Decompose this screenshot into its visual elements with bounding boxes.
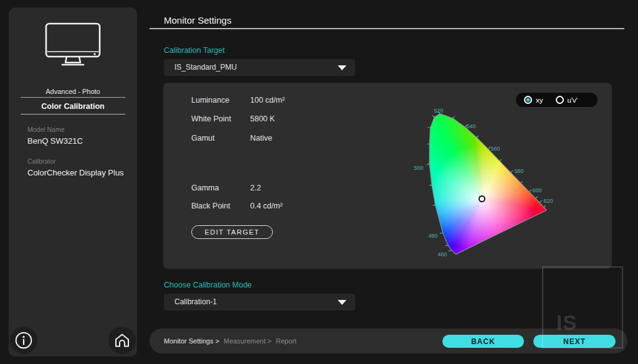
wavelength-label-560: 560: [490, 146, 500, 152]
gamma-value: 2.2: [250, 184, 260, 192]
breadcrumb-measurement: Measurement >: [224, 337, 272, 345]
wavelength-label-500: 500: [414, 165, 423, 171]
gamut-row: Gamut Native: [191, 134, 272, 142]
wavelength-label-520: 520: [434, 108, 443, 114]
wavelength-label-620: 620: [543, 198, 553, 204]
back-button[interactable]: BACK: [442, 335, 524, 348]
footer-bar: Monitor Settings > Measurement > Report …: [150, 329, 627, 353]
white-point-value: 5800 K: [250, 114, 275, 123]
sidebar: Advanced - Photo Color Calibration Model…: [9, 7, 137, 357]
home-icon: [113, 332, 131, 348]
info-button[interactable]: [10, 327, 37, 354]
calibration-target-selected: IS_Standard_PMU: [174, 59, 237, 76]
info-icon: [14, 331, 33, 350]
calibration-target-heading: Calibration Target: [164, 46, 225, 55]
divider: [21, 114, 125, 114]
calibration-target-dropdown[interactable]: IS_Standard_PMU: [164, 59, 355, 76]
wavelength-ticks: [427, 111, 546, 251]
calibrator-value: ColorChecker Display Plus: [27, 168, 124, 177]
black-point-row: Black Point 0.4 cd/m²: [191, 202, 283, 210]
wavelength-label-460: 460: [437, 251, 447, 258]
chevron-down-icon: [338, 300, 346, 305]
title-underline: [150, 28, 624, 29]
white-point-marker: [478, 195, 485, 202]
gamut-value: Native: [250, 134, 272, 142]
model-name-value: BenQ SW321C: [27, 136, 83, 146]
wavelength-label-580: 580: [514, 168, 523, 174]
target-summary-panel: Luminance 100 cd/m² White Point 5800 K G…: [163, 83, 612, 269]
spectral-locus-outline: [429, 114, 546, 254]
wavelength-label-540: 540: [466, 123, 475, 129]
black-point-label: Black Point: [191, 202, 248, 210]
luminance-value: 100 cd/m²: [250, 96, 285, 105]
gamma-row: Gamma 2.2: [191, 184, 261, 192]
edit-target-button[interactable]: EDIT TARGET: [191, 225, 273, 239]
wavelength-label-480: 480: [428, 233, 437, 239]
luminance-row: Luminance 100 cd/m²: [191, 96, 285, 105]
gamut-label: Gamut: [191, 134, 248, 142]
white-point-label: White Point: [191, 114, 248, 123]
chevron-down-icon: [338, 65, 346, 70]
monitor-icon: [44, 22, 102, 67]
gamma-label: Gamma: [191, 184, 248, 192]
current-section-title: Color Calibration: [9, 102, 137, 111]
calibration-mode-selected: Calibration-1: [174, 294, 217, 310]
model-name-label: Model Name: [27, 126, 65, 133]
profile-name: Advanced - Photo: [9, 88, 137, 95]
breadcrumb-report: Report: [276, 337, 297, 345]
cie-chromaticity-diagram: 520 540 560 580 600 620 500 480 460: [409, 101, 565, 266]
white-point-row: White Point 5800 K: [191, 114, 275, 123]
breadcrumb: Monitor Settings > Measurement > Report: [164, 329, 297, 353]
calibrator-label: Calibrator: [27, 157, 56, 165]
next-button[interactable]: NEXT: [533, 335, 616, 348]
calibration-mode-heading: Choose Calibration Mode: [164, 281, 252, 289]
wavelength-label-600: 600: [532, 187, 541, 194]
breadcrumb-monitor-settings: Monitor Settings >: [164, 337, 219, 345]
black-point-value: 0.4 cd/m²: [250, 202, 282, 210]
toggle-uv-label: u'v': [568, 96, 578, 104]
luminance-label: Luminance: [191, 96, 248, 105]
home-button[interactable]: [108, 327, 136, 354]
divider: [21, 97, 125, 98]
page-title: Monitor Settings: [164, 15, 231, 26]
calibration-mode-dropdown[interactable]: Calibration-1: [164, 294, 355, 310]
